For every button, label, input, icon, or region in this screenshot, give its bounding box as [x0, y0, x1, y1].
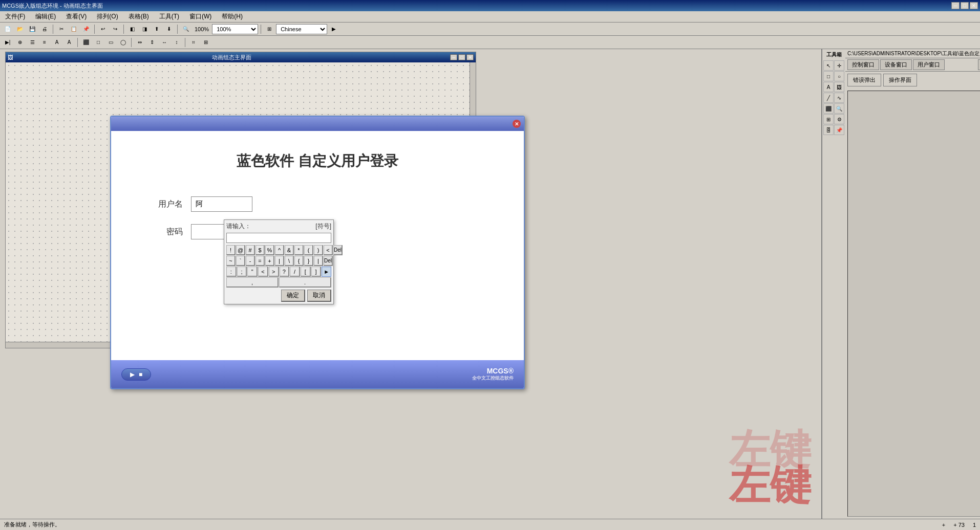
vkb-key-gt[interactable]: >: [269, 267, 279, 277]
vkb-key-pipe2[interactable]: |: [314, 256, 323, 266]
vkb-key-amp[interactable]: &: [285, 245, 294, 255]
t2-btn6[interactable]: A: [63, 37, 75, 48]
menu-arrange[interactable]: 排列(O): [94, 11, 121, 22]
t2-btn7[interactable]: ⬛: [80, 37, 92, 48]
form-dialog-close-btn[interactable]: ✕: [513, 120, 521, 128]
new-btn[interactable]: 📄: [2, 24, 13, 35]
inner-close[interactable]: ✕: [466, 54, 474, 60]
vkb-input[interactable]: [226, 233, 331, 243]
vkb-key-at[interactable]: @: [236, 245, 245, 255]
t2-btn15[interactable]: ⌗: [188, 37, 199, 48]
vkb-key-lt[interactable]: <: [324, 245, 333, 255]
inner-minimize[interactable]: ─: [450, 54, 457, 60]
align-left-btn[interactable]: ◧: [126, 24, 138, 35]
play-button[interactable]: ▶ ■: [121, 368, 151, 381]
vkb-key-pipe[interactable]: |: [275, 256, 284, 266]
t2-btn1[interactable]: ▶|: [2, 37, 13, 48]
tool-select[interactable]: ↖: [823, 60, 834, 71]
username-input[interactable]: [191, 196, 252, 212]
tool-db[interactable]: 🗄: [823, 125, 834, 135]
t2-btn5[interactable]: A: [51, 37, 62, 48]
vkb-key-lt2[interactable]: <: [258, 267, 268, 277]
tab-control-window[interactable]: 控制窗口: [847, 59, 879, 70]
vkb-key-semicolon[interactable]: ;: [237, 267, 247, 277]
tool-rect[interactable]: □: [823, 71, 834, 81]
language-dropdown[interactable]: Chinese English: [276, 24, 327, 34]
vkb-key-rparen[interactable]: ): [314, 245, 323, 255]
vkb-key-pct[interactable]: %: [265, 245, 274, 255]
save-btn[interactable]: 💾: [27, 24, 38, 35]
vkb-key-rbracket[interactable]: ]: [311, 267, 322, 277]
vkb-key-colon[interactable]: :: [226, 267, 237, 277]
vkb-key-lbracket[interactable]: [: [301, 267, 311, 277]
vkb-key-question[interactable]: ?: [280, 267, 290, 277]
inner-maximize[interactable]: □: [458, 54, 465, 60]
vkb-key-backtick[interactable]: `: [236, 256, 245, 266]
menu-edit[interactable]: 编辑(E): [32, 11, 59, 22]
vkb-confirm-btn[interactable]: 确定: [281, 290, 305, 302]
align-top-btn[interactable]: ⬆: [151, 24, 162, 35]
vkb-key-lbrace[interactable]: {: [294, 256, 304, 266]
menu-file[interactable]: 文件(F): [2, 11, 28, 22]
tool-move[interactable]: ✛: [834, 60, 844, 71]
redo-btn[interactable]: ↪: [110, 24, 121, 35]
paste-btn[interactable]: 📌: [80, 24, 92, 35]
tool-fill[interactable]: ⬛: [823, 103, 834, 114]
tool-curve[interactable]: ∿: [834, 93, 844, 103]
tool-zoom[interactable]: 🔍: [834, 103, 844, 114]
tool-table[interactable]: ⊞: [823, 114, 834, 124]
grid-btn[interactable]: ⊞: [264, 24, 275, 35]
operation-ui-btn[interactable]: 操作界面: [883, 74, 917, 86]
undo-btn[interactable]: ↩: [97, 24, 109, 35]
menu-view[interactable]: 查看(V): [63, 11, 90, 22]
vkb-key-star[interactable]: *: [294, 245, 304, 255]
tab-strategy[interactable]: 运行策略: [978, 59, 980, 70]
close-button[interactable]: ✕: [970, 2, 978, 9]
vkb-key-excl[interactable]: !: [226, 245, 236, 255]
vkb-key-eq[interactable]: =: [255, 256, 265, 266]
tool-extra[interactable]: ⚙: [834, 114, 844, 124]
run-btn[interactable]: ▶: [328, 24, 339, 35]
vkb-key-dollar[interactable]: $: [255, 245, 265, 255]
copy-btn[interactable]: 📋: [68, 24, 79, 35]
tab-user-window[interactable]: 用户窗口: [913, 59, 945, 70]
menu-help[interactable]: 帮助(H): [219, 11, 246, 22]
vkb-key-backslash[interactable]: \: [285, 256, 294, 266]
cut-btn[interactable]: ✂: [56, 24, 67, 35]
tool-img[interactable]: 🖼: [834, 82, 844, 92]
error-popup-btn[interactable]: 错误弹出: [847, 74, 881, 86]
align-bottom-btn[interactable]: ⬇: [163, 24, 175, 35]
zoom-in-btn[interactable]: 🔍: [180, 24, 191, 35]
tool-line[interactable]: ╱: [823, 93, 834, 103]
vkb-key-slash[interactable]: /: [290, 267, 300, 277]
t2-btn11[interactable]: ⇔: [134, 37, 145, 48]
tool-text[interactable]: A: [823, 82, 834, 92]
t2-btn10[interactable]: ◯: [117, 37, 129, 48]
vkb-key-caret[interactable]: ^: [275, 245, 284, 255]
vkb-key-hash[interactable]: #: [246, 245, 255, 255]
minimize-button[interactable]: ─: [951, 2, 960, 9]
print-btn[interactable]: 🖨: [39, 24, 50, 35]
zoom-dropdown[interactable]: 100% 75% 150%: [212, 24, 258, 34]
tool-circle[interactable]: ○: [834, 71, 844, 81]
vkb-key-rbrace[interactable]: }: [304, 256, 313, 266]
menu-table[interactable]: 表格(B): [125, 11, 152, 22]
t2-btn14[interactable]: ↕: [171, 37, 182, 48]
align-right-btn[interactable]: ◨: [139, 24, 150, 35]
maximize-button[interactable]: □: [961, 2, 969, 9]
vkb-key-tilde[interactable]: ~: [226, 256, 236, 266]
tool-pin[interactable]: 📌: [834, 125, 844, 135]
menu-tools[interactable]: 工具(T): [156, 11, 182, 22]
t2-btn16[interactable]: ⊞: [200, 37, 211, 48]
vkb-key-plus[interactable]: +: [265, 256, 274, 266]
t2-btn2[interactable]: ⊕: [14, 37, 26, 48]
vkb-key-del1[interactable]: Del: [333, 245, 343, 255]
t2-btn9[interactable]: ▭: [105, 37, 116, 48]
t2-btn8[interactable]: □: [93, 37, 104, 48]
vkb-key-arrow[interactable]: ►: [322, 267, 331, 277]
vkb-key-dash[interactable]: -: [246, 256, 255, 266]
vkb-key-lparen[interactable]: (: [304, 245, 313, 255]
menu-window[interactable]: 窗口(W): [186, 11, 215, 22]
t2-btn13[interactable]: ↔: [159, 37, 170, 48]
vkb-key-quote[interactable]: ": [247, 267, 258, 277]
